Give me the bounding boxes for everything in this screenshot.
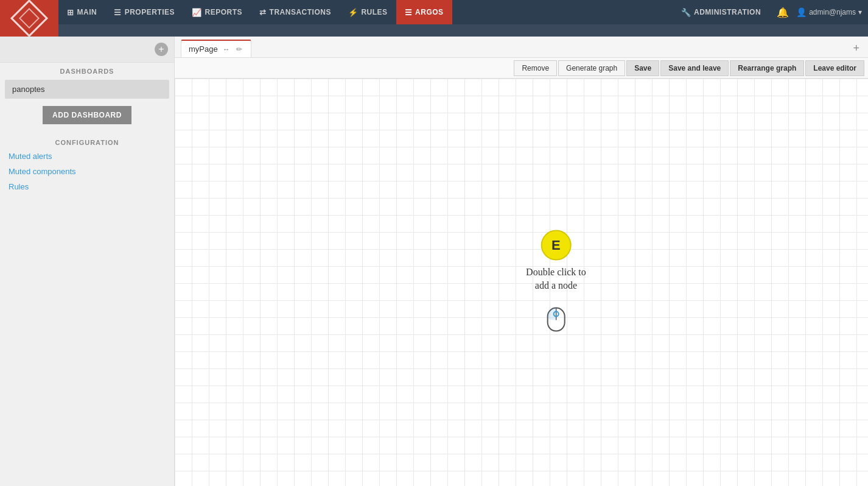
main-layout: + DASHBOARDS panoptes ADD DASHBOARD CONF… [0, 37, 868, 486]
nav-item-administration[interactable]: 🔧 Administration [673, 0, 770, 24]
dashboard-item-panoptes[interactable]: panoptes [5, 80, 169, 99]
rules-icon: ⚡ [348, 8, 359, 17]
nav-item-main[interactable]: ⊞ Main [58, 0, 105, 24]
nav-label-properties: Properties [125, 8, 175, 16]
nav-item-reports[interactable]: 📈 Reports [183, 0, 251, 24]
tab-bar: myPage ↔ ✏ + [175, 37, 868, 58]
nav-label-administration: Administration [694, 8, 761, 16]
nav-item-argos[interactable]: ☰ Argos [396, 0, 452, 24]
remove-button[interactable]: Remove [514, 60, 557, 76]
logo-diamond-inner [19, 8, 40, 29]
sidebar-item-muted-alerts[interactable]: Muted alerts [0, 149, 174, 164]
tab-label-mypage: myPage [189, 44, 218, 54]
graph-canvas[interactable]: E Double click toadd a node [175, 79, 868, 486]
logo-diamond [10, 0, 48, 37]
sidebar-item-muted-components[interactable]: Muted components [0, 164, 174, 179]
properties-icon: ☰ [114, 8, 122, 17]
graph-toolbar: Remove Generate graph Save Save and leav… [175, 58, 868, 79]
configuration-section: CONFIGURATION Muted alerts Muted compone… [0, 134, 174, 194]
sidebar-item-rules[interactable]: Rules [0, 179, 174, 194]
canvas-hint-text: Double click toadd a node [526, 265, 586, 292]
reports-icon: 📈 [192, 8, 202, 17]
nav-items: ⊞ Main ☰ Properties 📈 Reports ⇄ Transact… [58, 0, 673, 24]
argos-icon: ☰ [405, 8, 413, 17]
user-avatar-icon: 👤 [796, 7, 807, 17]
nav-item-properties[interactable]: ☰ Properties [105, 0, 183, 24]
save-and-leave-button[interactable]: Save and leave [660, 60, 729, 76]
sidebar-top: + [0, 37, 174, 63]
tab-bar-left: myPage ↔ ✏ [181, 40, 251, 57]
mouse-icon [544, 300, 568, 335]
sidebar-add-button[interactable]: + [155, 43, 168, 56]
nav-label-main: Main [77, 8, 97, 16]
alert-bell-icon[interactable]: 🔔 [777, 7, 789, 18]
user-label: admin@njams [809, 8, 856, 16]
generate-graph-button[interactable]: Generate graph [558, 60, 625, 76]
add-dashboard-button[interactable]: ADD DASHBOARD [43, 106, 131, 124]
configuration-section-label: CONFIGURATION [0, 134, 174, 149]
administration-icon: 🔧 [681, 8, 691, 17]
dashboards-section-label: DASHBOARDS [0, 63, 174, 77]
nav-item-rules[interactable]: ⚡ Rules [340, 0, 396, 24]
sidebar: + DASHBOARDS panoptes ADD DASHBOARD CONF… [0, 37, 175, 486]
nav-label-reports: Reports [205, 8, 243, 16]
tab-mypage[interactable]: myPage ↔ ✏ [181, 40, 251, 57]
canvas-illustration: E Double click toadd a node [526, 230, 586, 335]
nav-label-rules: Rules [361, 8, 387, 16]
tab-move-icon[interactable]: ↔ [222, 45, 231, 54]
nav-right-area: 🔧 Administration 🔔 👤 admin@njams ▾ [673, 0, 862, 24]
user-dropdown-icon: ▾ [858, 8, 862, 16]
nav-item-transactions[interactable]: ⇄ Transactions [251, 0, 340, 24]
tab-bar-right: + [850, 42, 862, 57]
top-navigation: ⊞ Main ☰ Properties 📈 Reports ⇄ Transact… [0, 0, 868, 24]
nav-label-argos: Argos [415, 8, 444, 16]
transactions-icon: ⇄ [259, 8, 267, 17]
main-icon: ⊞ [67, 8, 74, 17]
add-tab-button[interactable]: + [850, 42, 862, 55]
sub-header [58, 24, 868, 37]
save-button[interactable]: Save [626, 60, 659, 76]
logo [0, 0, 58, 37]
content-area: myPage ↔ ✏ + Remove Generate graph Save … [175, 37, 868, 486]
user-menu[interactable]: 👤 admin@njams ▾ [796, 7, 862, 17]
leave-editor-button[interactable]: Leave editor [805, 60, 864, 76]
nav-label-transactions: Transactions [270, 8, 331, 16]
node-circle: E [541, 230, 571, 260]
tab-edit-icon[interactable]: ✏ [235, 45, 243, 54]
rearrange-graph-button[interactable]: Rearrange graph [730, 60, 804, 76]
